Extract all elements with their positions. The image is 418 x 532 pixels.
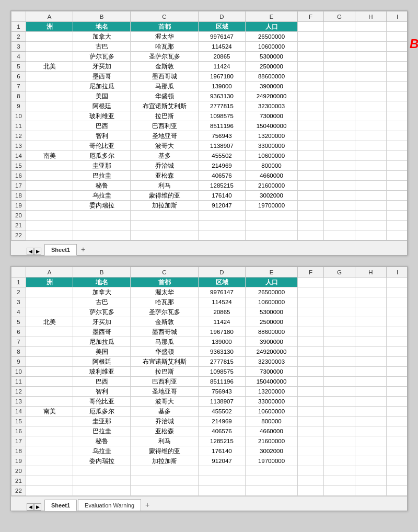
cell-empty	[298, 230, 324, 240]
cell-empty	[324, 417, 355, 426]
cell-empty	[324, 101, 355, 111]
row-num: 5	[11, 317, 26, 327]
cell-empty	[355, 230, 387, 240]
cell-empty	[355, 426, 387, 436]
table-row: 10玻利维亚拉巴斯10985757300000	[11, 367, 408, 377]
col-a-header[interactable]: A	[26, 267, 73, 277]
row-num: 20	[11, 466, 26, 476]
col-g-header[interactable]: G	[324, 267, 355, 277]
tab-next-btn[interactable]: ▶	[34, 503, 41, 511]
row-num: 11	[11, 377, 26, 387]
cell-empty	[387, 62, 408, 72]
cell-empty	[324, 72, 355, 82]
cell-empty	[387, 191, 408, 201]
cell-empty	[26, 221, 73, 230]
header-renkou: 人口	[246, 277, 298, 287]
tab-prev-btn[interactable]: ◀	[27, 503, 34, 511]
col-d-header[interactable]: D	[199, 267, 246, 277]
cell-empty	[298, 297, 324, 307]
cell-c: 金斯敦	[131, 62, 199, 72]
sheet1-tab[interactable]: Sheet1	[44, 500, 77, 511]
cell-e: 21600000	[246, 436, 298, 446]
cell-empty	[131, 476, 199, 486]
col-d-header[interactable]: D	[199, 11, 246, 22]
cell-c: 渥太华	[131, 287, 199, 297]
col-a-header[interactable]: A	[26, 11, 73, 22]
col-h-header[interactable]: H	[355, 267, 387, 277]
cell-a	[26, 377, 73, 387]
cell-empty	[355, 111, 387, 121]
cell-b: 古巴	[73, 42, 131, 52]
cell-empty	[387, 211, 408, 221]
cell-empty	[387, 131, 408, 141]
cell-a	[26, 32, 73, 42]
cell-b: 萨尔瓦多	[73, 307, 131, 317]
col-e-header[interactable]: E	[246, 11, 298, 22]
col-e-header[interactable]: E	[246, 267, 298, 277]
col-c-header[interactable]: C	[131, 11, 199, 22]
table-row: 18乌拉圭蒙得维的亚1761403002000	[11, 446, 408, 456]
sheet1-tab[interactable]: Sheet1	[44, 244, 77, 256]
add-sheet-btn[interactable]: +	[78, 244, 88, 255]
header-zhou: 洲	[26, 277, 73, 287]
tab-prev-btn[interactable]: ◀	[27, 248, 34, 255]
add-sheet-btn[interactable]: +	[142, 499, 153, 511]
cell-empty	[324, 221, 355, 230]
cell-c: 利马	[131, 436, 199, 446]
cell-empty	[324, 377, 355, 387]
row-num: 6	[11, 72, 26, 82]
cell-a: 北美	[26, 62, 73, 72]
cell-d: 406576	[199, 171, 246, 181]
cell-b: 智利	[73, 387, 131, 397]
col-g-header[interactable]: G	[324, 11, 355, 22]
cell-a	[26, 161, 73, 171]
cell-empty	[355, 32, 387, 42]
cell-empty	[73, 221, 131, 230]
col-b-header[interactable]: B	[73, 11, 131, 22]
cell-empty	[355, 52, 387, 62]
row-num: 17	[11, 181, 26, 191]
tab-next-btn[interactable]: ▶	[34, 248, 41, 255]
cell-a	[26, 347, 73, 357]
cell-b: 尼加拉瓜	[73, 82, 131, 91]
cell-a	[26, 307, 73, 317]
row-num: 15	[11, 417, 26, 426]
before-spreadsheet: A B C D E F G H I 1 洲	[10, 10, 408, 256]
cell-b: 尼加拉瓜	[73, 337, 131, 347]
cell-empty	[324, 337, 355, 347]
cell-b: 墨西哥	[73, 327, 131, 337]
cell-c: 亚松森	[131, 171, 199, 181]
row-num: 8	[11, 347, 26, 357]
col-i-header[interactable]: I	[387, 267, 408, 277]
cell-e: 10600000	[246, 407, 298, 417]
cell-c: 蒙得维的亚	[131, 191, 199, 201]
cell-empty	[387, 91, 408, 101]
cell-empty	[298, 91, 324, 101]
col-b-header[interactable]: B	[73, 267, 131, 277]
cell-empty	[298, 446, 324, 456]
after-table: A B C D E F G H I 1 洲	[11, 267, 407, 496]
col-c-header[interactable]: C	[131, 267, 199, 277]
cell-empty	[387, 121, 408, 131]
col-i-header[interactable]: I	[387, 11, 408, 22]
cell-empty	[26, 211, 73, 221]
cell-a	[26, 397, 73, 407]
cell-empty	[324, 191, 355, 201]
after-spreadsheet: A B C D E F G H I 1 洲	[10, 266, 408, 511]
col-f-header[interactable]: F	[298, 11, 324, 22]
cell-empty	[324, 357, 355, 367]
cell-empty	[246, 466, 298, 476]
cell-a	[26, 436, 73, 446]
header-g	[324, 277, 355, 287]
corner-cell	[11, 267, 26, 277]
col-f-header[interactable]: F	[298, 267, 324, 277]
cell-e: 800000	[246, 161, 298, 171]
cell-a	[26, 357, 73, 367]
cell-empty	[324, 82, 355, 91]
cell-e: 10600000	[246, 42, 298, 52]
eval-warning-tab[interactable]: Evaluation Warning	[78, 499, 141, 511]
cell-empty	[324, 456, 355, 466]
col-h-header[interactable]: H	[355, 11, 387, 22]
cell-empty	[387, 52, 408, 62]
cell-a	[26, 141, 73, 151]
